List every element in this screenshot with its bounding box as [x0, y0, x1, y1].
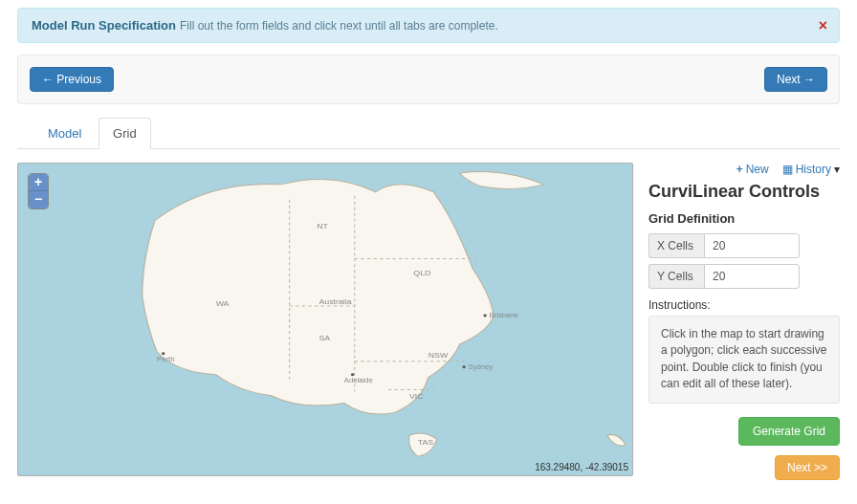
y-cells-input[interactable]: [704, 264, 800, 289]
generate-grid-button[interactable]: Generate Grid: [738, 417, 840, 446]
map-coordinates: 163.29480, -42.39015: [535, 462, 628, 472]
side-next-button[interactable]: Next >>: [775, 455, 840, 480]
history-link[interactable]: ▦ History ▾: [782, 163, 840, 176]
alert-message: Fill out the form fields and click next …: [180, 19, 498, 33]
tabs: Model Grid: [17, 118, 840, 149]
map[interactable]: WA NT QLD SA NSW VIC TAS Australia Perth…: [17, 163, 633, 476]
new-link[interactable]: + New: [736, 163, 769, 176]
instructions-text: Click in the map to start drawing a poly…: [648, 316, 840, 404]
map-label-brisbane: Brisbane: [489, 311, 517, 319]
x-cells-input[interactable]: [704, 233, 800, 258]
map-label-qld: QLD: [413, 269, 430, 277]
map-label-wa: WA: [216, 298, 230, 307]
x-cells-label: X Cells: [648, 233, 704, 258]
svg-point-4: [462, 365, 465, 368]
map-label-nsw: NSW: [428, 350, 449, 359]
caret-down-icon: ▾: [834, 163, 840, 176]
alert-title: Model Run Specification: [32, 18, 176, 33]
map-label-australia: Australia: [319, 297, 352, 306]
wizard-nav: ← Previous Next →: [17, 55, 840, 104]
zoom-out-button[interactable]: −: [29, 191, 48, 208]
zoom-in-button[interactable]: +: [29, 174, 48, 191]
map-label-sa: SA: [319, 333, 330, 341]
map-label-nt: NT: [317, 221, 328, 230]
svg-point-3: [483, 315, 486, 318]
grid-icon: ▦: [782, 163, 793, 176]
close-icon[interactable]: ×: [819, 17, 827, 34]
alert-banner: Model Run Specification Fill out the for…: [17, 8, 840, 43]
previous-button[interactable]: ← Previous: [30, 67, 114, 92]
controls-title: CurviLinear Controls: [648, 182, 840, 202]
zoom-controls: + −: [28, 173, 49, 209]
y-cells-label: Y Cells: [648, 264, 704, 289]
map-canvas: WA NT QLD SA NSW VIC TAS Australia Perth…: [18, 164, 632, 475]
x-cells-group: X Cells: [648, 233, 811, 258]
tab-grid[interactable]: Grid: [99, 118, 151, 149]
map-label-adelaide: Adelaide: [344, 376, 373, 384]
tab-model[interactable]: Model: [34, 119, 95, 148]
map-label-tas: TAS: [418, 438, 434, 447]
side-panel: + New ▦ History ▾ CurviLinear Controls G…: [648, 163, 840, 480]
y-cells-group: Y Cells: [648, 264, 811, 289]
next-button[interactable]: Next →: [764, 67, 827, 92]
plus-icon: +: [736, 163, 743, 176]
grid-definition-heading: Grid Definition: [648, 211, 840, 226]
instructions-label: Instructions:: [648, 298, 840, 312]
map-label-vic: VIC: [409, 392, 424, 401]
map-label-sydney: Sydney: [469, 362, 494, 371]
map-label-perth: Perth: [157, 355, 174, 363]
